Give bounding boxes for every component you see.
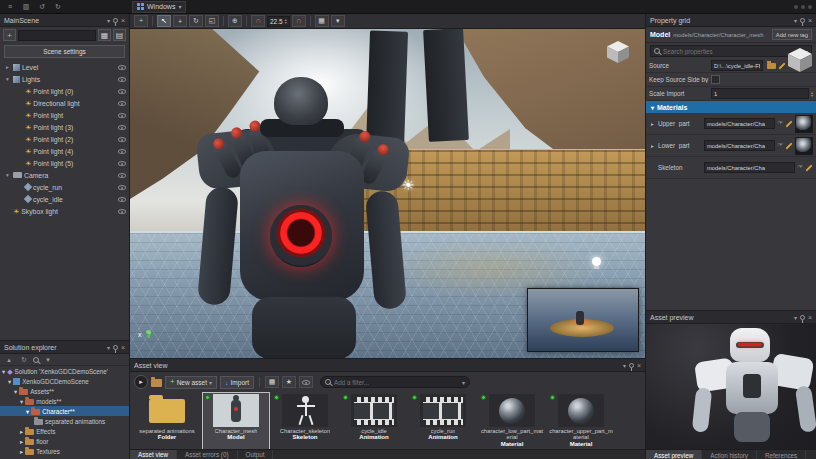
source-path-input[interactable]	[711, 60, 763, 71]
visibility-icon[interactable]	[118, 113, 126, 118]
tree-item-camera[interactable]: ▾ Camera	[0, 169, 129, 181]
tree-item-cycle-run[interactable]: cycle_run	[0, 181, 129, 193]
chevron-down-icon[interactable]: ▾	[794, 314, 797, 321]
translate-snap-button[interactable]: ∩	[251, 15, 265, 27]
browse-folder-icon[interactable]	[767, 63, 776, 69]
rotation-snap-value[interactable]: 22.5 ▴▾	[267, 16, 290, 27]
visibility-icon[interactable]	[118, 173, 126, 178]
chevron-down-icon[interactable]: ▾	[623, 362, 626, 369]
tree-item-point-light[interactable]: ☀ Point light (2)	[0, 133, 129, 145]
solution-item-floor[interactable]: ▸ floor	[0, 436, 129, 446]
picker-hand-icon[interactable]: ☞	[777, 120, 783, 127]
visibility-icon[interactable]	[118, 65, 126, 70]
asset-tile-low-part-material[interactable]: character_low_part_material Material	[479, 393, 545, 450]
chevron-down-icon[interactable]: ▾	[462, 379, 465, 386]
translate-tool-button[interactable]: +	[173, 15, 187, 27]
close-icon[interactable]: ×	[808, 314, 812, 321]
undo-icon[interactable]: ↺	[36, 2, 48, 12]
asset-tile-character-skeleton[interactable]: Character_skeleton Skeleton	[272, 393, 338, 450]
chevron-down-icon[interactable]: ▾	[794, 17, 797, 24]
menu-icon[interactable]: ≡	[4, 2, 16, 12]
expander-icon[interactable]: ▾	[2, 368, 5, 375]
edit-icon[interactable]	[805, 164, 813, 172]
scene-filter-input[interactable]	[18, 30, 96, 41]
solution-item-models[interactable]: ▾ models**	[0, 396, 129, 406]
solution-item-separated-animations[interactable]: separated animations	[0, 416, 129, 426]
select-tool-button[interactable]: ↖	[157, 15, 171, 27]
close-icon[interactable]: ×	[121, 17, 125, 24]
asset-tile-upper-part-material[interactable]: character_upper_part_material Material	[548, 393, 614, 450]
visibility-icon[interactable]	[118, 101, 126, 106]
tree-item-directional-light[interactable]: ☀ Directional light	[0, 97, 129, 109]
refresh-icon[interactable]: ↻	[18, 355, 30, 365]
camera-settings-button[interactable]: ▦	[315, 15, 329, 27]
property-search-input[interactable]	[663, 48, 802, 55]
tab-output[interactable]: Output	[238, 450, 274, 459]
coordinate-space-button[interactable]: ⊕	[228, 15, 242, 27]
picker-hand-icon[interactable]: ☞	[797, 164, 803, 171]
search-icon[interactable]	[33, 357, 39, 363]
pin-icon[interactable]	[113, 345, 118, 350]
sort-icon[interactable]: ▤	[113, 29, 126, 41]
expander-icon[interactable]: ▸	[20, 428, 23, 435]
preview-viewport[interactable]	[646, 324, 816, 449]
view-options-button[interactable]: ▦	[265, 376, 279, 388]
expander-icon[interactable]: ▾	[26, 408, 29, 415]
keep-source-checkbox[interactable]	[711, 75, 720, 84]
edit-icon[interactable]	[785, 142, 793, 150]
rotate-tool-button[interactable]: ↻	[189, 15, 203, 27]
solution-item-project[interactable]: ▾ XenkoGDCDemoScene	[0, 376, 129, 386]
tab-action-history[interactable]: Action history	[702, 450, 757, 459]
add-entity-button[interactable]: +	[3, 29, 16, 41]
tree-item-lights[interactable]: ▾ Lights	[0, 73, 129, 85]
plant-gizmo-icon[interactable]	[146, 330, 152, 338]
chevron-down-icon[interactable]: ▾	[107, 344, 110, 351]
chevron-down-icon[interactable]: ▾	[107, 17, 110, 24]
asset-filter-input[interactable]	[334, 379, 459, 386]
solution-item-textures[interactable]: ▸ Textures	[0, 446, 129, 456]
expander-icon[interactable]: ▸	[20, 438, 23, 445]
material-thumbnail[interactable]	[795, 115, 813, 133]
picker-hand-icon[interactable]: ☞	[777, 142, 783, 149]
tree-item-level[interactable]: ▸ Level	[0, 61, 129, 73]
orientation-cube[interactable]	[607, 41, 629, 63]
expander-icon[interactable]: ▾	[4, 76, 11, 82]
new-asset-button[interactable]: + New asset ▾	[165, 376, 217, 389]
scene-settings-button[interactable]: Scene settings	[4, 45, 125, 58]
tree-item-point-light[interactable]: ☀ Point light	[0, 109, 129, 121]
expander-icon[interactable]: ▸	[20, 448, 23, 455]
current-folder-icon[interactable]	[151, 379, 162, 387]
close-icon[interactable]: ×	[637, 362, 641, 369]
visibility-icon[interactable]	[118, 125, 126, 130]
navigate-up-button[interactable]: ▸	[134, 375, 148, 389]
expander-icon[interactable]: ▾	[14, 388, 17, 395]
add-new-tag-button[interactable]: Add new tag	[772, 29, 812, 40]
show-hidden-button[interactable]	[299, 376, 313, 388]
view-mode-icon[interactable]: ▦	[98, 29, 111, 41]
pin-icon[interactable]	[800, 18, 805, 23]
highlight-button[interactable]: ★	[282, 376, 296, 388]
tree-item-cycle-idle[interactable]: cycle_idle	[0, 193, 129, 205]
redo-icon[interactable]: ↻	[52, 2, 64, 12]
materials-section-header[interactable]: ▾ Materials	[646, 101, 816, 113]
asset-tile-cycle-idle[interactable]: cycle_idle Animation	[341, 393, 407, 450]
tree-item-point-light[interactable]: ☀ Point light (3)	[0, 121, 129, 133]
tab-asset-view[interactable]: Asset view	[130, 450, 177, 459]
close-icon[interactable]: ×	[808, 17, 812, 24]
visibility-icon[interactable]	[118, 209, 126, 214]
visibility-icon[interactable]	[118, 197, 126, 202]
asset-tile-folder[interactable]: separated animations Folder	[134, 393, 200, 450]
solution-item-root[interactable]: ▾◆ Solution 'XenkoGDCDemoScene'	[0, 366, 129, 376]
scale-tool-button[interactable]: ◱	[205, 15, 219, 27]
scene-viewport[interactable]: ☀ x	[130, 29, 645, 358]
spinner-icon[interactable]: ▴▾	[811, 91, 813, 97]
solution-item-effects[interactable]: ▸ Effects	[0, 426, 129, 436]
pin-icon[interactable]	[800, 315, 805, 320]
light-gizmo-icon[interactable]: ☀	[402, 177, 415, 193]
material-thumbnail[interactable]	[795, 137, 813, 155]
snap-grid-button[interactable]: +	[134, 15, 148, 27]
save-icon[interactable]: ▥	[20, 2, 32, 12]
visibility-icon[interactable]	[118, 77, 126, 82]
rotate-snap-button[interactable]: ∩	[292, 15, 306, 27]
tree-item-point-light[interactable]: ☀ Point light (0)	[0, 85, 129, 97]
